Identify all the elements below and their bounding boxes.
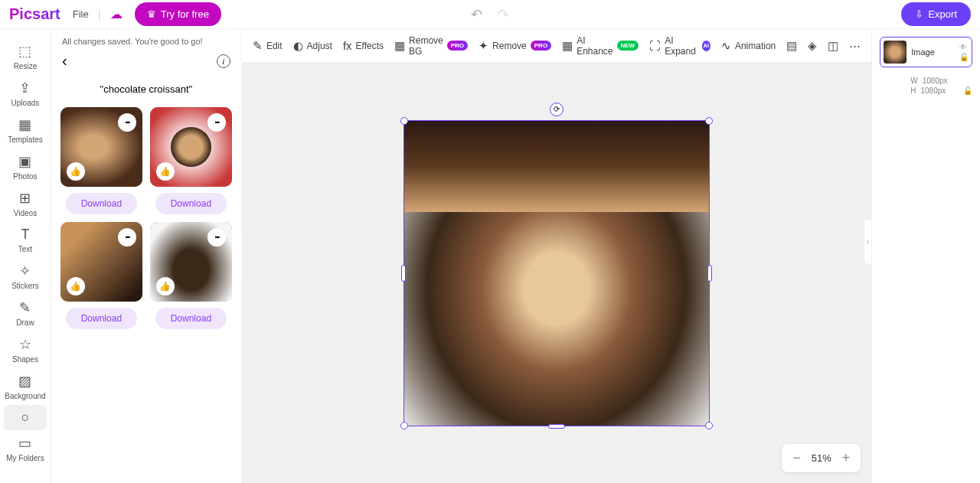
result-card: ···👍 Download (150, 107, 232, 214)
resize-handle-bottom[interactable] (548, 424, 565, 429)
result-thumbnail[interactable]: ···👍 (150, 107, 232, 187)
result-thumbnail[interactable]: ···👍 (60, 222, 142, 302)
tool-effects[interactable]: fxEffects (343, 39, 384, 52)
back-button[interactable]: ‹ (62, 52, 67, 70)
rail-item-my-folders[interactable]: ▭My Folders (0, 430, 51, 467)
rail-item-templates[interactable]: ▦Templates (0, 112, 51, 148)
resize-handle-tr[interactable] (705, 117, 713, 125)
cloud-sync-icon[interactable]: ☁ (110, 7, 122, 21)
undo-redo-group: ↶ ↷ (471, 6, 509, 23)
tool-extra-3[interactable]: ⋯ (849, 39, 861, 53)
result-card: ···👍 Download (60, 222, 142, 329)
logo[interactable]: Picsart (9, 5, 60, 23)
undo-button[interactable]: ↶ (471, 6, 482, 23)
rail-item-shapes[interactable]: ☆Shapes (0, 331, 51, 368)
tool-animation[interactable]: ∿Animation (721, 39, 776, 53)
context-toolbar: ✎Edit◐AdjustfxEffects▦Remove BGPRO✦Remov… (242, 29, 871, 63)
export-button[interactable]: ⇩ Export (901, 2, 971, 26)
expand-right-panel-button[interactable]: › (864, 219, 871, 265)
download-button[interactable]: Download (66, 193, 137, 214)
text-icon: T (21, 227, 29, 243)
stickers-icon: ✧ (19, 263, 31, 279)
visibility-icon[interactable]: 👁 (959, 43, 969, 51)
left-rail: ⬚Resize⇪Uploads▦Templates▣Photos⊞VideosT… (0, 29, 51, 483)
background-icon: ▨ (18, 373, 31, 390)
uploads-icon: ⇪ (19, 80, 31, 96)
zoom-out-button[interactable]: − (792, 450, 801, 466)
main-area: ⬚Resize⇪Uploads▦Templates▣Photos⊞VideosT… (0, 29, 980, 483)
lock-aspect-icon[interactable]: 🔓 (963, 86, 972, 95)
rotate-handle[interactable]: ⟳ (550, 103, 564, 116)
tool-extra-0[interactable]: ▤ (786, 39, 797, 53)
download-icon: ⇩ (915, 8, 923, 20)
result-thumbnail[interactable]: ···👍 (150, 222, 232, 302)
more-icon[interactable]: ··· (207, 113, 226, 132)
item-icon: ○ (21, 410, 30, 426)
left-panel: All changes saved. You're good to go! ‹ … (51, 29, 242, 483)
dimensions: W1080px H1080px🔓 (880, 77, 972, 95)
lock-icon[interactable]: 🔓 (959, 53, 969, 61)
download-button[interactable]: Download (155, 308, 227, 329)
rail-item-uploads[interactable]: ⇪Uploads (0, 75, 51, 112)
photos-icon: ▣ (18, 153, 31, 170)
tool-extra-2[interactable]: ◫ (828, 39, 838, 53)
download-button[interactable]: Download (155, 193, 227, 214)
like-icon[interactable]: 👍 (156, 162, 175, 181)
save-status: All changes saved. You're good to go! (62, 37, 203, 46)
redo-button[interactable]: ↷ (498, 6, 509, 23)
layers-panel: Image 👁 🔓 W1080px H1080px🔓 (871, 29, 980, 483)
canvas[interactable]: ⟳ (242, 63, 871, 483)
more-icon[interactable]: ··· (207, 228, 226, 246)
zoom-value: 51% (812, 452, 831, 464)
app-header: Picsart File | ☁ ♛ Try for free ↶ ↷ ⇩ Ex… (0, 0, 980, 29)
canvas-area: ✎Edit◐AdjustfxEffects▦Remove BGPRO✦Remov… (242, 29, 871, 483)
my folders-icon: ▭ (18, 435, 31, 452)
tool-remove-bg[interactable]: ▦Remove BGPRO (394, 35, 468, 57)
resize-handle-left[interactable] (401, 265, 406, 282)
resize-handle-tl[interactable] (400, 117, 408, 125)
crown-icon: ♛ (147, 8, 156, 20)
selected-image[interactable]: ⟳ (403, 120, 710, 426)
templates-icon: ▦ (18, 116, 31, 133)
rail-item-stickers[interactable]: ✧Stickers (0, 258, 51, 295)
result-card: ···👍 Download (60, 107, 142, 214)
like-icon[interactable]: 👍 (67, 162, 85, 181)
rail-item-current[interactable]: ○ (4, 405, 47, 430)
resize-handle-br[interactable] (705, 422, 713, 429)
resize-icon: ⬚ (18, 43, 31, 60)
result-thumbnail[interactable]: ···👍 (60, 107, 142, 187)
zoom-control: − 51% + (782, 444, 861, 472)
like-icon[interactable]: 👍 (67, 277, 85, 295)
divider: | (98, 8, 101, 21)
zoom-in-button[interactable]: + (842, 450, 851, 466)
layer-item[interactable]: Image 👁 🔓 (880, 37, 972, 67)
rail-item-videos[interactable]: ⊞Videos (0, 185, 51, 222)
results-grid: ···👍 Download ···👍 Download ···👍 Downloa… (57, 107, 235, 329)
tool-adjust[interactable]: ◐Adjust (293, 39, 332, 53)
more-icon[interactable]: ··· (118, 113, 136, 132)
tool-ai-enhance[interactable]: ▦AI EnhanceNEW (562, 35, 639, 57)
layer-thumbnail (884, 41, 906, 64)
rail-item-background[interactable]: ▨Background (0, 368, 51, 405)
rail-item-draw[interactable]: ✎Draw (0, 295, 51, 331)
shapes-icon: ☆ (19, 336, 31, 353)
image-content (404, 121, 709, 426)
tool-extra-1[interactable]: ◈ (808, 39, 817, 53)
rail-item-resize[interactable]: ⬚Resize (0, 38, 51, 75)
resize-handle-bl[interactable] (400, 422, 408, 429)
layer-label: Image (911, 47, 935, 57)
download-button[interactable]: Download (66, 308, 137, 329)
rail-item-text[interactable]: TText (0, 222, 51, 258)
result-card: ···👍 Download (150, 222, 232, 329)
tool-edit[interactable]: ✎Edit (253, 39, 283, 53)
resize-handle-right[interactable] (707, 265, 712, 282)
info-icon[interactable]: i (217, 54, 230, 68)
tool-ai-expand[interactable]: ⛶AI ExpandAI (649, 35, 710, 57)
like-icon[interactable]: 👍 (156, 277, 175, 295)
try-free-button[interactable]: ♛ Try for free (135, 2, 221, 26)
more-icon[interactable]: ··· (118, 228, 136, 246)
search-query-title: "chocolate croissant" (57, 83, 235, 95)
tool-remove[interactable]: ✦RemovePRO (479, 39, 551, 53)
file-menu[interactable]: File (73, 8, 89, 20)
rail-item-photos[interactable]: ▣Photos (0, 148, 51, 185)
